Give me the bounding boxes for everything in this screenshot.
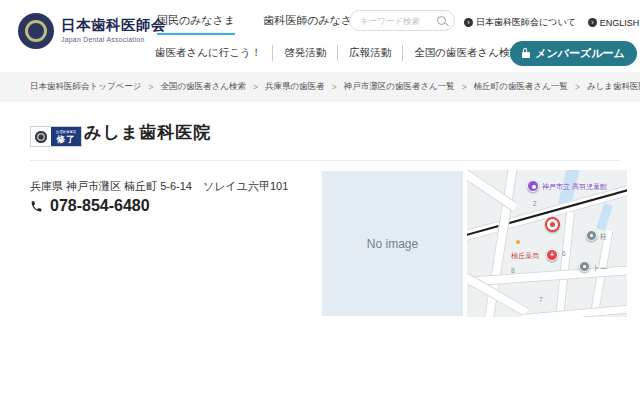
nav-go-to-dentist[interactable]: 歯医者さんに行こう！	[155, 45, 272, 61]
site-header: 日本歯科医師会 Japan Dental Association 国民のみなさま…	[0, 0, 640, 72]
breadcrumb-separator: >	[253, 82, 258, 92]
logo-text: 日本歯科医師会 Japan Dental Association	[61, 18, 166, 43]
nav-citizens[interactable]: 国民のみなさま	[157, 13, 235, 35]
gray-poi-label: 桂	[600, 232, 607, 242]
traffic-signal-dot	[516, 240, 520, 244]
search-icon[interactable]	[437, 16, 446, 25]
page-title: みしま歯科医院	[84, 121, 211, 144]
search-input[interactable]	[358, 15, 433, 27]
breadcrumb-separator: >	[149, 82, 154, 92]
breadcrumb-separator: >	[575, 82, 580, 92]
jda-emblem-icon	[35, 131, 47, 143]
logo-subtitle: Japan Dental Association	[61, 36, 166, 43]
site-logo[interactable]: 日本歯科医師会 Japan Dental Association	[18, 13, 166, 49]
primary-nav: 国民のみなさま 歯科医師のみなさま	[157, 13, 364, 35]
training-completed-badge: 生涯研修事業 修了	[30, 126, 82, 147]
breadcrumb-separator: >	[332, 82, 337, 92]
school-poi-label: 神戸市立 高羽児童館	[542, 182, 607, 192]
nav-awareness[interactable]: 啓発活動	[272, 45, 337, 61]
no-image-label: No image	[367, 237, 418, 251]
breadcrumb-separator: >	[462, 82, 467, 92]
clinic-photo-placeholder: No image	[322, 171, 463, 316]
map-water	[596, 203, 613, 231]
breadcrumb-search[interactable]: 全国の歯医者さん検索	[160, 81, 246, 93]
about-link-label: 日本歯科医師会について	[476, 16, 576, 29]
logo-title: 日本歯科医師会	[61, 18, 166, 34]
gray-poi-label: ト―	[593, 263, 607, 273]
map-block-number: 2	[533, 200, 537, 207]
breadcrumb-current: みしま歯科医院	[587, 81, 640, 93]
badge-emblem	[31, 127, 51, 146]
circle-arrow-icon	[464, 18, 473, 27]
breadcrumb-ward[interactable]: 神戸市灘区の歯医者さん一覧	[344, 81, 455, 93]
breadcrumb: 日本歯科医師会トップページ > 全国の歯医者さん検索 > 兵庫県の歯医者 > 神…	[0, 72, 640, 102]
badge-line1: 生涯研修事業	[56, 130, 76, 133]
school-poi-icon	[527, 180, 539, 192]
phone-icon	[30, 200, 43, 213]
secondary-nav: 歯医者さんに行こう！ 啓発活動 広報活動 全国の歯医者さん検索	[155, 45, 531, 61]
pharmacy-poi-label: 楠丘薬局	[511, 251, 539, 261]
circle-arrow-icon	[588, 18, 597, 27]
map-road	[522, 304, 627, 317]
badge-text: 生涯研修事業 修了	[51, 127, 81, 146]
members-room-label: メンバーズルーム	[535, 46, 625, 61]
badge-line2: 修了	[57, 135, 76, 144]
map-block-number: 6	[562, 250, 566, 257]
clinic-phone: 078-854-6480	[30, 197, 150, 215]
map-block-number: 7	[539, 296, 543, 303]
phone-number: 078-854-6480	[50, 197, 150, 215]
breadcrumb-prefecture[interactable]: 兵庫県の歯医者	[265, 81, 325, 93]
keyword-search	[349, 10, 455, 31]
lock-icon	[522, 52, 530, 58]
gray-poi-icon	[579, 261, 590, 272]
jda-emblem-icon	[18, 13, 54, 49]
members-room-button[interactable]: メンバーズルーム	[510, 41, 637, 66]
clinic-location-marker	[545, 217, 560, 232]
pharmacy-poi-icon	[546, 249, 558, 261]
english-link[interactable]: ENGLISH	[588, 18, 640, 28]
nav-publicity[interactable]: 広報活動	[337, 45, 402, 61]
map-block-number: 8	[511, 267, 515, 274]
gray-poi-icon	[586, 230, 597, 241]
about-link[interactable]: 日本歯科医師会について	[464, 16, 576, 29]
page: 日本歯科医師会 Japan Dental Association 国民のみなさま…	[0, 0, 640, 400]
clinic-address: 兵庫県 神戸市灘区 楠丘町 5-6-14 ソレイユ六甲101	[30, 179, 288, 194]
english-link-label: ENGLISH	[600, 18, 640, 28]
breadcrumb-town[interactable]: 楠丘町の歯医者さん一覧	[474, 81, 568, 93]
utility-links: 日本歯科医師会について ENGLISH	[464, 16, 639, 29]
title-divider	[30, 160, 620, 161]
map-thumbnail[interactable]: 2 6 8 7 神戸市立 高羽児童館 楠丘薬局 桂 ト―	[467, 170, 627, 317]
breadcrumb-home[interactable]: 日本歯科医師会トップページ	[30, 81, 142, 93]
